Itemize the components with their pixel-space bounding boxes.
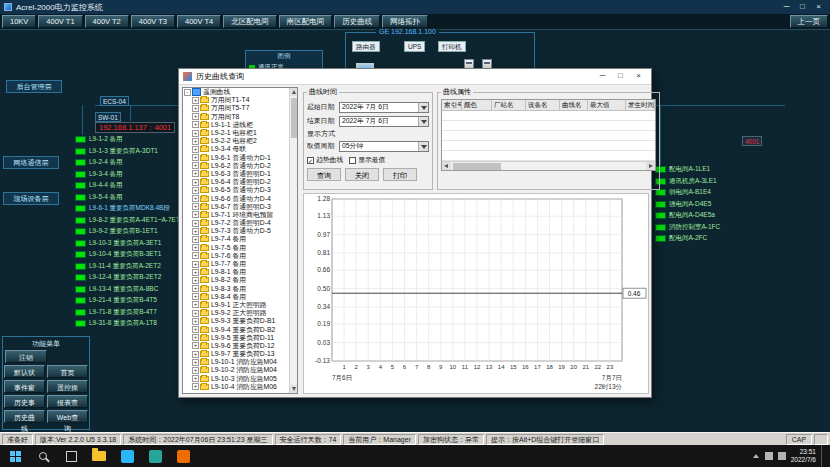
minimize-button[interactable]: ─ xyxy=(779,2,794,13)
screen-tab[interactable]: 10KV xyxy=(2,15,36,28)
dropdown-arrow-icon[interactable] xyxy=(418,117,428,126)
function-menu-button[interactable]: 报表查询 xyxy=(47,395,88,408)
expand-icon[interactable] xyxy=(192,105,199,112)
expand-icon[interactable] xyxy=(192,146,199,153)
device-status-row[interactable]: L9-9-2 重要负荷B-1ET1 xyxy=(75,228,183,236)
expand-icon[interactable] xyxy=(192,203,199,210)
tree-item[interactable]: 万用间T1-T4 xyxy=(183,96,297,104)
device-status-row[interactable]: L9-5-4 备用 xyxy=(75,194,183,202)
expand-icon[interactable] xyxy=(192,342,199,349)
expand-icon[interactable] xyxy=(192,121,199,128)
screen-tab[interactable]: 400V T2 xyxy=(85,15,129,28)
device-status-row[interactable]: L9-12-4 重要负荷B-2ET2 xyxy=(75,274,183,282)
device-status-row[interactable]: L9-11-4 重要负荷A-2ET2 xyxy=(75,263,183,271)
tree-item[interactable]: L9-7-7 备用 xyxy=(183,260,297,268)
expand-icon[interactable] xyxy=(192,97,199,104)
tree-item[interactable]: L9-6-1 普通动力D-1 xyxy=(183,154,297,162)
scroll-left-icon[interactable] xyxy=(442,162,451,171)
show-desktop-button[interactable] xyxy=(821,445,825,467)
tree-item[interactable]: L9-2-1 电容柜1 xyxy=(183,129,297,137)
attr-table-body[interactable] xyxy=(442,111,655,161)
tree-item[interactable]: L9-9-7 重要负荷D-13 xyxy=(183,350,297,358)
device-status-row[interactable]: L9-6-1 重要负荷MDK8.4B段 xyxy=(75,205,183,213)
logout-button[interactable]: 注销 xyxy=(5,350,47,363)
close-button[interactable]: × xyxy=(811,2,826,13)
dialog-action-button[interactable]: 打印 xyxy=(383,168,417,181)
tree-item[interactable]: L9-7-3 普通动力D-5 xyxy=(183,227,297,235)
expand-icon[interactable] xyxy=(192,113,199,120)
expand-icon[interactable] xyxy=(192,228,199,235)
expand-icon[interactable] xyxy=(192,318,199,325)
tree-item[interactable]: L9-7-4 备用 xyxy=(183,235,297,243)
tree-item[interactable]: L9-7-1 环境商电预留 xyxy=(183,211,297,219)
screen-tab[interactable]: 400V T4 xyxy=(177,15,221,28)
expand-icon[interactable] xyxy=(192,261,199,268)
function-menu-button[interactable]: 首页 xyxy=(47,365,88,378)
dropdown-arrow-icon[interactable] xyxy=(418,103,428,112)
file-explorer-button[interactable] xyxy=(86,445,112,467)
taskbar-app-button[interactable] xyxy=(142,445,168,467)
dialog-minimize-button[interactable]: ─ xyxy=(594,70,611,83)
device-status-row[interactable]: 配电间A-D4E5a xyxy=(655,212,720,220)
device-status-row[interactable]: L9-21-4 重要负荷B-4T5 xyxy=(75,297,183,305)
tree-item[interactable]: L9-6-4 普通照明D-2 xyxy=(183,178,297,186)
device-status-row[interactable]: L9-4-4 备用 xyxy=(75,182,183,190)
device-status-row[interactable]: L9-71-8 重要负荷B-4T7 xyxy=(75,309,183,317)
expand-icon[interactable] xyxy=(192,130,199,137)
expand-icon[interactable] xyxy=(192,334,199,341)
dialog-close-button[interactable]: × xyxy=(630,70,647,83)
device-status-row[interactable]: 通讯机房A-3LE1 xyxy=(655,178,720,186)
taskbar-app-button[interactable] xyxy=(114,445,140,467)
expand-icon[interactable] xyxy=(192,367,199,374)
tree-item[interactable]: L9-8-1 备用 xyxy=(183,268,297,276)
tree-item[interactable]: L9-7-5 备用 xyxy=(183,244,297,252)
screen-tab[interactable]: 南区配电间 xyxy=(279,15,333,28)
expand-icon[interactable] xyxy=(192,359,199,366)
tree-item[interactable]: L9-6-6 普通动力D-4 xyxy=(183,194,297,202)
device-status-row[interactable]: L9-13-4 重要负荷A-8BC xyxy=(75,286,183,294)
dialog-action-button[interactable]: 关闭 xyxy=(345,168,379,181)
tree-item[interactable]: L9-10-1 消防应急M04 xyxy=(183,358,297,366)
tree-item[interactable]: 万用间T5-T7 xyxy=(183,104,297,112)
start-button[interactable] xyxy=(2,445,28,467)
dropdown-arrow-icon[interactable] xyxy=(418,142,428,151)
device-status-row[interactable]: L9-1-3 重要负荷A-3DT1 xyxy=(75,148,183,156)
tree-item[interactable]: L9-6-5 普通动力D-3 xyxy=(183,186,297,194)
tree-item[interactable]: L9-8-4 备用 xyxy=(183,293,297,301)
expand-icon[interactable] xyxy=(192,310,199,317)
expand-icon[interactable] xyxy=(192,195,199,202)
expand-icon[interactable] xyxy=(192,236,199,243)
taskbar-clock[interactable]: 23:51 2022/7/6 xyxy=(791,448,816,464)
tree-item[interactable]: L9-8-3 备用 xyxy=(183,285,297,293)
start-date-input[interactable]: 2022年 7月 6日 xyxy=(339,102,429,113)
screen-tab[interactable]: 历史曲线 xyxy=(334,15,380,28)
function-menu-button[interactable]: Web查询 xyxy=(47,410,88,423)
expand-icon[interactable] xyxy=(192,154,199,161)
collapse-icon[interactable] xyxy=(184,89,191,96)
expand-icon[interactable] xyxy=(192,252,199,259)
function-menu-button[interactable]: 历史事件 xyxy=(4,395,45,408)
device-status-row[interactable]: 弱电间A-B1E4 xyxy=(655,189,720,197)
tree-item[interactable]: L9-2-2 电容柜2 xyxy=(183,137,297,145)
tree-item[interactable]: L9-6-3 普通照明D-1 xyxy=(183,170,297,178)
scroll-right-icon[interactable] xyxy=(646,162,655,171)
tray-expand-icon[interactable] xyxy=(752,452,760,460)
screen-tab[interactable]: 400V T3 xyxy=(131,15,175,28)
show-max-checkbox[interactable] xyxy=(349,157,356,164)
device-status-row[interactable]: 消防控制室A-1FC xyxy=(655,224,720,232)
expand-icon[interactable] xyxy=(192,301,199,308)
tree-item[interactable]: L9-10-2 消防应急M04 xyxy=(183,366,297,374)
expand-icon[interactable] xyxy=(192,277,199,284)
tree-item[interactable]: L9-10-4 消防应急M06 xyxy=(183,383,297,391)
scrollbar-thumb[interactable] xyxy=(291,98,297,138)
screen-tab[interactable]: 400V T1 xyxy=(38,15,82,28)
device-status-row[interactable]: L9-10-4 重要负荷B-3ET1 xyxy=(75,251,183,259)
scroll-down-icon[interactable] xyxy=(290,385,298,393)
tree-item[interactable]: L9-9-6 重要负荷D-12 xyxy=(183,342,297,350)
expand-icon[interactable] xyxy=(192,220,199,227)
tree-item[interactable]: L9-9-1 正大照明路 xyxy=(183,301,297,309)
task-view-button[interactable] xyxy=(58,445,84,467)
expand-icon[interactable] xyxy=(192,375,199,382)
tree-item[interactable]: L9-7-6 备用 xyxy=(183,252,297,260)
expand-icon[interactable] xyxy=(192,211,199,218)
